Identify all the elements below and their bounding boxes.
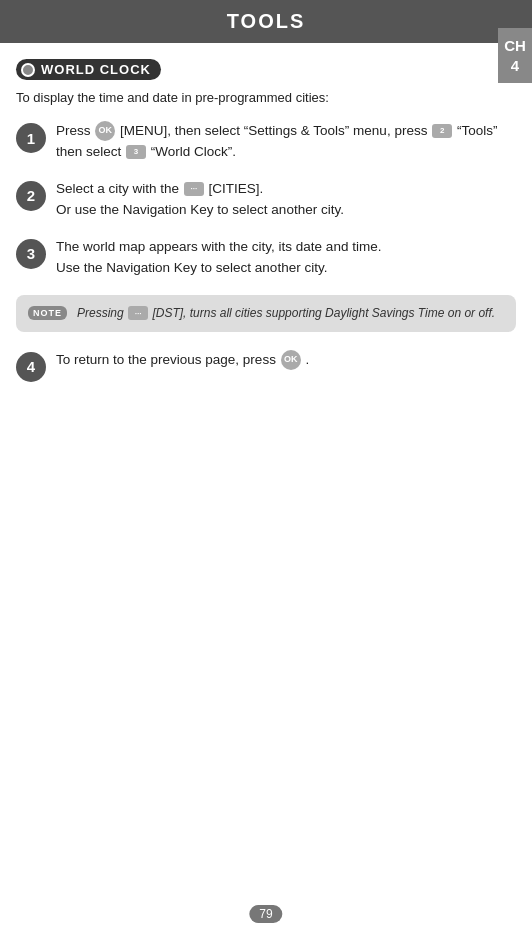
dst-button-icon: ··· (128, 306, 148, 320)
step-number-3: 3 (16, 239, 46, 269)
badge-label: WORLD CLOCK (41, 62, 151, 77)
page-content: WORLD CLOCK To display the time and date… (0, 43, 532, 414)
note-box: NOTE Pressing ··· [DST], turns all citie… (16, 295, 516, 332)
step-2-content: Select a city with the ··· [CITIES]. Or … (56, 179, 344, 221)
chapter-indicator: CH4 (498, 28, 532, 83)
intro-text: To display the time and date in pre-prog… (16, 90, 516, 105)
step-1-content: Press OK [MENU], then select “Settings &… (56, 121, 516, 163)
step-1: 1 Press OK [MENU], then select “Settings… (16, 121, 516, 163)
2-button-icon: 2 (432, 124, 452, 138)
note-badge: NOTE (28, 306, 67, 320)
step-number-2: 2 (16, 181, 46, 211)
step-4-content: To return to the previous page, press OK… (56, 350, 309, 371)
step-4: 4 To return to the previous page, press … (16, 350, 516, 382)
cities-button-icon: ··· (184, 182, 204, 196)
note-text: Pressing ··· [DST], turns all cities sup… (77, 305, 495, 322)
world-clock-badge: WORLD CLOCK (16, 59, 161, 80)
page-header: TOOLS (0, 0, 532, 43)
3-button-icon: 3 (126, 145, 146, 159)
ok-button-icon-2: OK (281, 350, 301, 370)
step-3: 3 The world map appears with the city, i… (16, 237, 516, 279)
page-number: 79 (249, 905, 282, 923)
step-3-content: The world map appears with the city, its… (56, 237, 381, 279)
step-2: 2 Select a city with the ··· [CITIES]. O… (16, 179, 516, 221)
step-number-4: 4 (16, 352, 46, 382)
page-title: TOOLS (227, 10, 306, 32)
badge-dot (21, 63, 35, 77)
ok-button-icon-1: OK (95, 121, 115, 141)
step-number-1: 1 (16, 123, 46, 153)
